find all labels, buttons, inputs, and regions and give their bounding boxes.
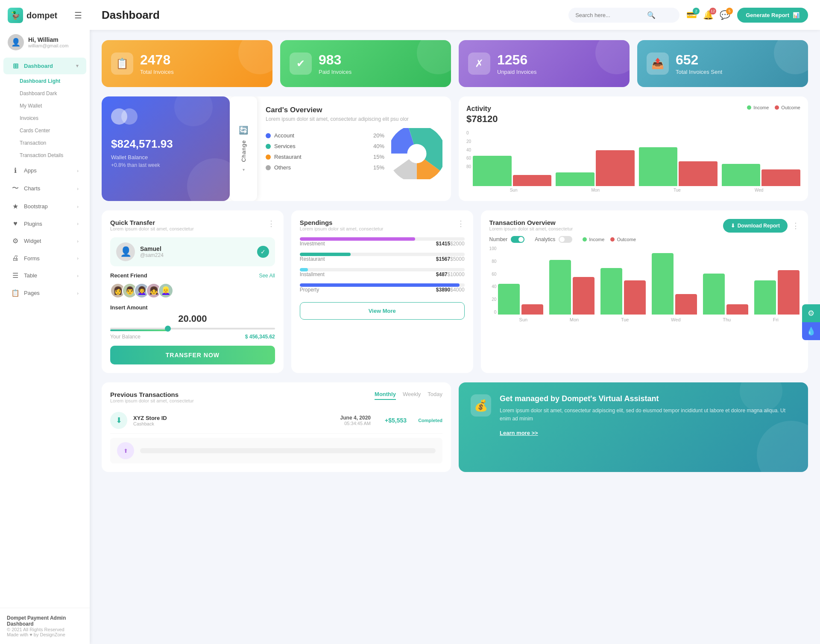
tab-monthly[interactable]: Monthly: [375, 391, 396, 400]
stat-card-sent: 📤 652 Total Invoices Sent: [637, 40, 808, 87]
bar-group: [722, 164, 800, 186]
spending-label-restaurant: Restaurant: [300, 256, 325, 262]
hamburger-icon[interactable]: ☰: [74, 10, 82, 20]
sidebar-item-bootstrap[interactable]: ★ Bootstrap ›: [3, 198, 86, 215]
sidebar-item-label-apps: Apps: [24, 167, 37, 174]
tab-weekly[interactable]: Weekly: [403, 391, 421, 400]
footer-brand: Dompet Payment Admin Dashboard: [7, 615, 83, 627]
settings-side-button[interactable]: ⚙: [802, 304, 820, 322]
sub-item-my-wallet[interactable]: My Wallet: [15, 100, 86, 112]
analytics-toggle[interactable]: [559, 236, 572, 243]
quick-transfer-card: Quick Transfer Lorem ipsum dolor sit ame…: [102, 210, 284, 373]
activity-amount: $78120: [466, 114, 498, 125]
header-icons: 💳 2 🔔 12 💬 5: [686, 10, 730, 20]
card-details: Card's Overview Lorem ipsum dolor sit am…: [257, 96, 451, 201]
activity-x-axis: SunMonTueWed: [473, 188, 800, 192]
friend-avatars: 👩 👨 👩‍🦱 👧 👱‍♀️: [110, 283, 275, 298]
activity-title: Activity: [466, 105, 498, 113]
to-bar-group: [549, 260, 594, 315]
to-menu-icon[interactable]: ⋮: [792, 221, 800, 230]
dot-account: [266, 133, 271, 138]
sub-item-dashboard-light[interactable]: Dashboard Light: [15, 75, 86, 87]
spending-investment: Investment $1415$2000: [300, 237, 465, 247]
sub-item-transaction-details[interactable]: Transaction Details: [15, 149, 86, 161]
change-button[interactable]: 🔄 Change ▾: [230, 96, 257, 201]
quick-transfer-menu-icon[interactable]: ⋮: [267, 219, 275, 228]
tx-icon-cashback: ⬇: [110, 412, 127, 429]
user-name: Hi, William: [28, 36, 68, 43]
tx-time-value: 05:34:45 AM: [340, 421, 371, 426]
number-toggle[interactable]: [511, 236, 524, 243]
user-section: 👤 Hi, William william@gmail.com: [0, 29, 90, 57]
sub-item-transaction[interactable]: Transaction: [15, 137, 86, 149]
amount-slider[interactable]: [110, 328, 275, 331]
dot-services: [266, 144, 271, 149]
tab-today[interactable]: Today: [428, 391, 442, 400]
logo-text: dompet: [26, 11, 57, 20]
bell-badge: 12: [709, 8, 716, 15]
sidebar-item-widget[interactable]: ⚙ Widget ›: [3, 233, 86, 249]
sidebar-item-label-widget: Widget: [24, 238, 41, 244]
previous-transactions-card: Previous Transactions Lorem ipsum dolor …: [102, 382, 451, 472]
spendings-menu-icon[interactable]: ⋮: [457, 219, 465, 228]
chevron-right-icon-plugins: ›: [77, 221, 79, 226]
spend-row-restaurant: Restaurant 15%: [266, 154, 384, 160]
activity-y-axis: 806040200: [466, 131, 473, 169]
spending-bar-installment: [300, 268, 308, 271]
chevron-down-icon: ▾: [76, 63, 79, 69]
sidebar-item-charts[interactable]: 〜 Charts ›: [3, 180, 86, 197]
amount-display: 20.000: [110, 313, 275, 324]
sidebar-item-table[interactable]: ☰ Table ›: [3, 267, 86, 284]
spendings-card: Spendings Lorem ipsum dolor sit amet, co…: [291, 210, 473, 373]
search-bar: 🔍: [568, 8, 679, 23]
balance-amount: $ 456,345.62: [245, 334, 275, 340]
to-bar-group: [600, 268, 646, 315]
bell-icon-btn[interactable]: 🔔 12: [703, 10, 714, 20]
tx-icon-2: ⬆: [117, 442, 134, 459]
dashboard-icon: ⊞: [11, 62, 20, 70]
sub-item-invoices[interactable]: Invoices: [15, 112, 86, 124]
generate-report-label: Generate Report: [746, 12, 789, 18]
outcome-bar: [513, 175, 552, 186]
search-input[interactable]: [575, 12, 644, 18]
sidebar-item-label-dashboard: Dashboard: [24, 63, 53, 69]
apps-icon: ℹ: [11, 166, 20, 175]
wallet-badge: 2: [693, 8, 700, 15]
stat-icon-unpaid: ✗: [468, 52, 490, 75]
sidebar-item-dashboard[interactable]: ⊞ Dashboard ▾: [3, 58, 86, 74]
bar-group: [473, 156, 551, 186]
sidebar-item-label-table: Table: [24, 272, 37, 279]
transfer-now-button[interactable]: TRANSFER NOW: [110, 346, 275, 364]
sidebar-item-apps[interactable]: ℹ Apps ›: [3, 162, 86, 179]
spending-label-installment: Installment: [300, 271, 325, 277]
to-outcome-bar: [521, 304, 543, 315]
see-all-button[interactable]: See All: [259, 273, 275, 279]
to-legend: Income Outcome: [583, 237, 636, 242]
download-report-button[interactable]: ⬇ Download Report: [723, 219, 788, 233]
va-learn-more-link[interactable]: Learn more >>: [500, 430, 538, 436]
sub-item-cards-center[interactable]: Cards Center: [15, 125, 86, 137]
view-more-button[interactable]: View More: [300, 302, 465, 320]
wallet-icon-btn[interactable]: 💳 2: [686, 10, 697, 20]
outcome-bar: [679, 161, 718, 186]
sidebar-item-plugins[interactable]: ♥ Plugins ›: [3, 216, 86, 232]
pages-icon: 📋: [11, 289, 20, 297]
to-outcome-label: Outcome: [617, 237, 636, 242]
pie-chart: [391, 128, 442, 179]
spending-label-investment: Investment: [300, 241, 325, 247]
stat-label-paid: Paid Invoices: [319, 69, 351, 75]
sidebar-item-forms[interactable]: 🖨 Forms ›: [3, 250, 86, 266]
chat-icon-btn[interactable]: 💬 5: [720, 10, 730, 20]
card-overview-sub: Lorem ipsum dolor sit amet, consectetur …: [266, 116, 442, 122]
to-income-bar: [754, 280, 776, 315]
chevron-right-icon-apps: ›: [77, 168, 79, 173]
water-drop-side-button[interactable]: 💧: [802, 322, 820, 340]
stat-num-total: 2478: [140, 52, 174, 68]
generate-report-button[interactable]: Generate Report 📊: [737, 8, 808, 23]
circle2: [121, 108, 138, 125]
number-toggle-group: Number: [489, 236, 525, 243]
to-income-bar: [703, 274, 725, 315]
sidebar-item-pages[interactable]: 📋 Pages ›: [3, 285, 86, 301]
sub-item-dashboard-dark[interactable]: Dashboard Dark: [15, 87, 86, 99]
outcome-legend-label: Outcome: [781, 105, 800, 110]
